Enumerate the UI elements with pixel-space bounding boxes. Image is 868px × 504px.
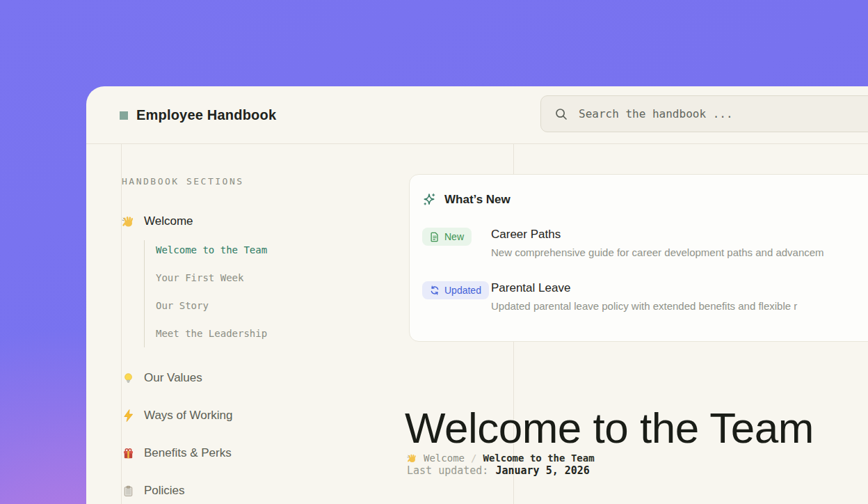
wave-icon [121, 215, 135, 228]
sidebar-subitem-your-first-week[interactable]: Your First Week [156, 272, 392, 283]
whats-new-item-title: Parental Leave [491, 281, 797, 295]
breadcrumb: Welcome / Welcome to the Team [407, 452, 595, 464]
sidebar-item-label: Ways of Working [144, 409, 233, 423]
whats-new-card: What’s New New Career Paths New comprehe… [409, 174, 868, 342]
sidebar-item-benefits-perks[interactable]: Benefits & Perks [121, 446, 392, 460]
sidebar-item-ways-of-working[interactable]: Ways of Working [121, 409, 392, 423]
whats-new-item-description: Updated parental leave policy with exten… [491, 300, 797, 312]
sidebar-subitem-welcome-to-the-team[interactable]: Welcome to the Team [156, 244, 392, 255]
search-input[interactable] [579, 107, 868, 120]
whats-new-item[interactable]: New Career Paths New comprehensive guide… [422, 228, 865, 258]
document-icon [430, 232, 440, 242]
app-title: Employee Handbook [136, 107, 276, 123]
whats-new-title: What’s New [444, 193, 511, 207]
breadcrumb-section[interactable]: Welcome [424, 452, 465, 464]
page-title: Welcome to the Team [405, 403, 814, 452]
updated-badge: Updated [422, 281, 489, 299]
sidebar-sublist-welcome: Welcome to the Team Your First Week Our … [144, 240, 392, 347]
app-logo: Employee Handbook [120, 86, 276, 144]
app-window: Employee Handbook HANDBOOK SECTIONS [86, 86, 868, 504]
breadcrumb-page: Welcome to the Team [483, 452, 594, 464]
sidebar-item-label: Our Values [144, 371, 202, 385]
sidebar-item-our-values[interactable]: Our Values [121, 371, 392, 385]
whats-new-item-description: New comprehensive guide for career devel… [491, 246, 824, 258]
search-box[interactable] [540, 95, 868, 132]
whats-new-item-title: Career Paths [491, 228, 824, 242]
sidebar-item-label: Benefits & Perks [144, 446, 232, 460]
sparkle-icon [422, 193, 436, 207]
lightbulb-icon [121, 372, 135, 384]
sidebar-subitem-our-story[interactable]: Our Story [156, 300, 392, 311]
clipboard-icon [121, 485, 135, 497]
refresh-icon [430, 285, 440, 295]
last-updated-label: Last updated: [407, 464, 488, 477]
sidebar-item-welcome[interactable]: Welcome [121, 214, 392, 228]
search-icon [554, 107, 568, 121]
gift-icon [121, 448, 135, 459]
sidebar: HANDBOOK SECTIONS Wel [121, 144, 392, 498]
logo-square-icon [120, 111, 128, 120]
sidebar-subitem-meet-the-leadership[interactable]: Meet the Leadership [156, 328, 392, 339]
sidebar-heading: HANDBOOK SECTIONS [122, 176, 392, 187]
sidebar-item-label: Welcome [144, 214, 193, 228]
lightning-icon [121, 409, 135, 422]
desktop-background: { "header": { "app_title": "Employee Han… [0, 0, 868, 504]
app-header: Employee Handbook [86, 86, 868, 144]
sidebar-item-label: Policies [144, 484, 185, 498]
last-updated-value: January 5, 2026 [495, 464, 589, 477]
new-badge: New [422, 228, 472, 246]
whats-new-item[interactable]: Updated Parental Leave Updated parental … [422, 281, 865, 312]
sidebar-item-policies[interactable]: Policies [121, 484, 392, 498]
wave-icon [407, 453, 417, 464]
whats-new-header: What’s New [422, 193, 865, 207]
breadcrumb-separator: / [471, 452, 476, 464]
last-updated: Last updated: January 5, 2026 [407, 464, 590, 477]
